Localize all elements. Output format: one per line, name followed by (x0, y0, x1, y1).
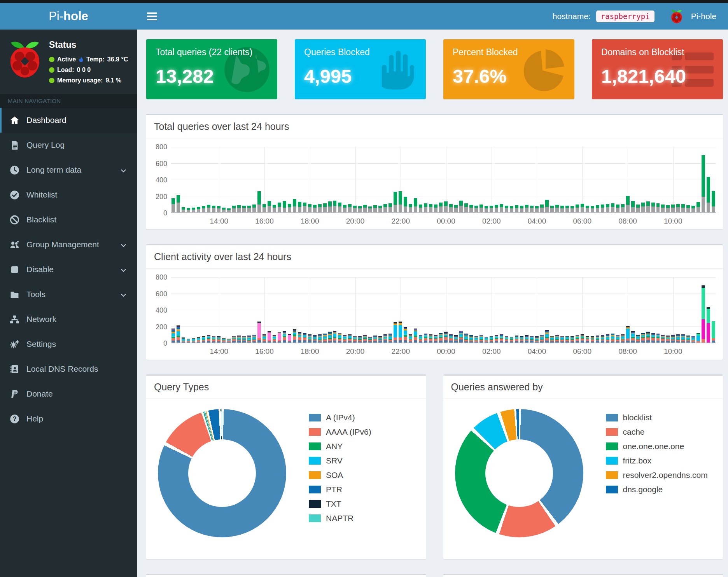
bar[interactable] (586, 336, 589, 343)
navbar-brand-text[interactable]: Pi-hole (691, 12, 716, 21)
bar[interactable] (232, 336, 236, 343)
bar[interactable] (712, 321, 715, 343)
bar[interactable] (439, 203, 443, 212)
legend-item-txt[interactable]: TXT (309, 499, 371, 509)
card-domains-on-blocklist[interactable]: Domains on Blocklist 1,821,640 (592, 39, 723, 99)
bar[interactable] (318, 334, 322, 343)
bar[interactable] (257, 322, 261, 343)
bar[interactable] (333, 331, 337, 343)
bar[interactable] (510, 206, 513, 212)
bar[interactable] (202, 336, 205, 343)
bar[interactable] (368, 337, 372, 343)
bar[interactable] (661, 205, 665, 212)
bar[interactable] (197, 207, 200, 212)
bar[interactable] (480, 205, 483, 212)
bar[interactable] (495, 205, 498, 212)
bar[interactable] (338, 333, 341, 343)
bar[interactable] (288, 204, 291, 212)
bar[interactable] (268, 201, 271, 212)
bar[interactable] (581, 204, 584, 212)
bar[interactable] (262, 204, 266, 212)
bar[interactable] (187, 339, 190, 343)
bar[interactable] (429, 204, 432, 212)
legend-item-naptr[interactable]: NAPTR (309, 514, 371, 523)
bar[interactable] (454, 205, 458, 212)
bar[interactable] (631, 331, 635, 343)
bar[interactable] (404, 327, 407, 343)
sidebar-item-whitelist[interactable]: Whitelist (0, 182, 137, 207)
bar[interactable] (388, 203, 392, 212)
bar[interactable] (565, 336, 569, 343)
bar[interactable] (676, 204, 680, 212)
bar[interactable] (540, 335, 544, 343)
bar[interactable] (177, 195, 180, 212)
bar[interactable] (222, 208, 226, 212)
sidebar-item-local-dns-records[interactable]: Local DNS Records (0, 357, 137, 381)
bar[interactable] (434, 335, 438, 343)
bar[interactable] (207, 335, 210, 343)
bar[interactable] (535, 336, 539, 343)
bar[interactable] (207, 205, 210, 212)
bar[interactable] (252, 205, 256, 212)
bar[interactable] (449, 334, 453, 343)
sidebar-item-settings[interactable]: Settings (0, 332, 137, 357)
app-logo[interactable]: Pi-hole (0, 3, 137, 30)
legend-item-any[interactable]: ANY (309, 442, 371, 451)
bar[interactable] (525, 335, 528, 343)
bar[interactable] (485, 206, 488, 212)
sidebar-item-donate[interactable]: Donate (0, 381, 137, 406)
bar[interactable] (707, 307, 710, 343)
bar[interactable] (247, 206, 251, 212)
bar[interactable] (611, 334, 614, 343)
bar[interactable] (626, 326, 630, 343)
bar[interactable] (399, 322, 402, 343)
bar[interactable] (303, 203, 306, 212)
bar[interactable] (459, 201, 463, 212)
bar[interactable] (591, 206, 594, 212)
sidebar-item-group-management[interactable]: Group Management (0, 232, 137, 257)
bar[interactable] (394, 322, 397, 343)
legend-item-aaaa-ipv6-[interactable]: AAAA (IPv6) (309, 427, 371, 437)
legend-item-a-ipv4-[interactable]: A (IPv4) (309, 413, 371, 422)
bar[interactable] (323, 334, 327, 343)
sidebar-item-tools[interactable]: Tools (0, 282, 137, 307)
sidebar-item-dashboard[interactable]: Dashboard (0, 108, 137, 133)
bar[interactable] (490, 336, 493, 343)
bar[interactable] (681, 334, 685, 343)
bar[interactable] (414, 329, 417, 343)
bar[interactable] (520, 206, 523, 212)
bar[interactable] (172, 329, 175, 343)
bar[interactable] (257, 191, 261, 212)
bar[interactable] (656, 334, 660, 343)
bar[interactable] (237, 336, 241, 343)
bar[interactable] (576, 335, 579, 343)
bar[interactable] (474, 206, 478, 212)
bar[interactable] (576, 205, 579, 212)
bar[interactable] (383, 334, 387, 343)
bar[interactable] (177, 325, 180, 343)
chart-plot-area[interactable] (171, 147, 716, 213)
bar[interactable] (222, 338, 226, 343)
bar[interactable] (474, 336, 478, 343)
bar[interactable] (242, 206, 246, 212)
bar[interactable] (368, 206, 372, 212)
bar[interactable] (535, 206, 539, 212)
bar[interactable] (606, 204, 609, 212)
bar[interactable] (333, 201, 337, 212)
bar[interactable] (545, 200, 549, 212)
bar[interactable] (424, 334, 427, 343)
legend-item-soa[interactable]: SOA (309, 470, 371, 480)
bar[interactable] (707, 177, 710, 212)
card-total-queries[interactable]: Total queries (22 clients) 13,282 (146, 39, 277, 99)
bar[interactable] (409, 204, 412, 212)
sidebar-item-blacklist[interactable]: Blacklist (0, 207, 137, 232)
bar[interactable] (308, 204, 312, 212)
bar[interactable] (348, 334, 352, 343)
bar[interactable] (192, 208, 195, 212)
bar[interactable] (464, 203, 468, 212)
bar[interactable] (293, 199, 296, 212)
bar[interactable] (424, 203, 427, 212)
bar[interactable] (555, 335, 559, 343)
bar[interactable] (242, 336, 246, 343)
bar[interactable] (702, 155, 705, 212)
